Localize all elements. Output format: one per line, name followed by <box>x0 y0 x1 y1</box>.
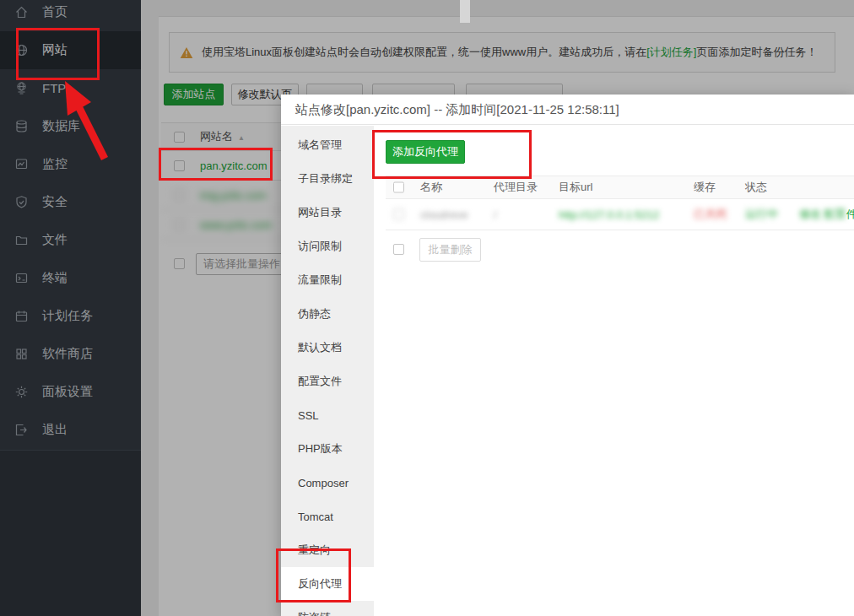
column-target-url: 目标url <box>559 180 592 195</box>
modal-menu-item-tomcat[interactable]: Tomcat <box>281 500 374 533</box>
proxy-table-row-blurred: cloudreve / http://127.0.0.1:5212 已关闭 运行… <box>386 199 854 230</box>
modal-title: 站点修改[pan.yzitc.com] -- 添加时间[2021-11-25 1… <box>281 95 854 125</box>
proxy-target-url: http://127.0.0.1:5212 <box>559 208 659 221</box>
proxy-table-header: 名称 代理目录 目标url 缓存 状态 <box>386 176 854 199</box>
site-edit-modal: 站点修改[pan.yzitc.com] -- 添加时间[2021-11-25 1… <box>281 95 854 616</box>
proxy-run-status: 运行中 <box>745 207 778 222</box>
proxy-batch-checkbox[interactable] <box>393 244 404 255</box>
column-status: 状态 <box>745 180 767 195</box>
proxy-row-ops[interactable]: 修改 配置件 <box>799 207 854 222</box>
proxy-dir: / <box>494 208 497 221</box>
modal-menu-item-config[interactable]: 配置文件 <box>281 365 374 398</box>
scrollbar-artifact <box>460 0 470 23</box>
modal-menu-item-subdir[interactable]: 子目录绑定 <box>281 162 374 196</box>
modal-menu-item-defaultdoc[interactable]: 默认文档 <box>281 331 374 365</box>
modal-menu-item-traffic[interactable]: 流量限制 <box>281 263 374 297</box>
column-cache: 缓存 <box>694 180 716 195</box>
proxy-table: 名称 代理目录 目标url 缓存 状态 cloudreve / http://1… <box>386 176 854 230</box>
modal-menu-item-composer[interactable]: Composer <box>281 466 374 500</box>
batch-delete-button[interactable]: 批量删除 <box>419 238 481 262</box>
modal-menu-item-ssl[interactable]: SSL <box>281 398 374 432</box>
proxy-name: cloudreve <box>420 208 468 221</box>
modal-menu-item-antileech[interactable]: 防盗链 <box>281 601 374 616</box>
column-proxy-dir: 代理目录 <box>494 180 538 195</box>
modal-menu-item-access[interactable]: 访问限制 <box>281 230 374 263</box>
add-reverse-proxy-button[interactable]: 添加反向代理 <box>386 140 465 164</box>
modal-menu-item-sitedir[interactable]: 网站目录 <box>281 196 374 230</box>
modal-menu-item-domain[interactable]: 域名管理 <box>281 128 374 162</box>
proxy-cache-status: 已关闭 <box>694 207 727 222</box>
column-name: 名称 <box>420 180 442 195</box>
modal-menu-item-rewrite[interactable]: 伪静态 <box>281 297 374 331</box>
proxy-select-all-checkbox[interactable] <box>393 182 404 193</box>
modal-menu: 域名管理 子目录绑定 网站目录 访问限制 流量限制 伪静态 默认文档 配置文件 … <box>281 126 374 616</box>
modal-menu-item-php[interactable]: PHP版本 <box>281 432 374 466</box>
modal-menu-item-redirect[interactable]: 重定向 <box>281 533 374 567</box>
modal-menu-item-reverse-proxy[interactable]: 反向代理 <box>281 567 374 601</box>
proxy-row-checkbox[interactable] <box>393 209 404 220</box>
